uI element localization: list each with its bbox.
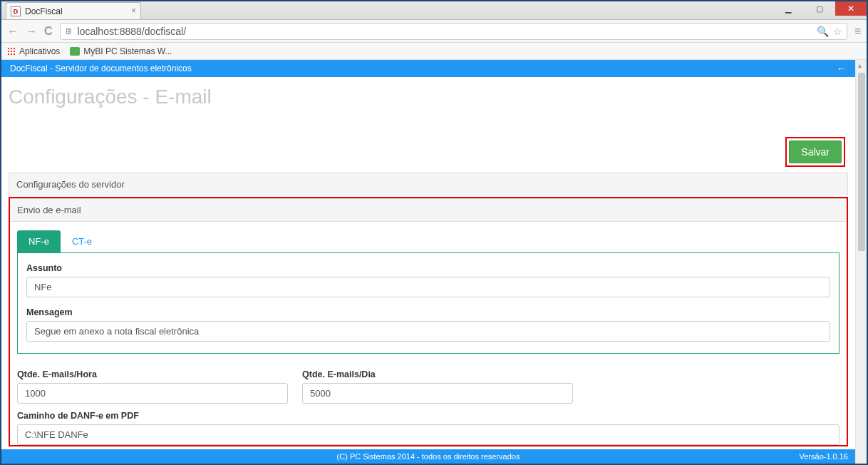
tab-close-icon[interactable]: ×: [131, 6, 136, 16]
menu-icon[interactable]: ≡: [854, 25, 861, 38]
window-minimize-button[interactable]: [773, 1, 804, 16]
qtde-hora-input[interactable]: [17, 383, 288, 404]
page-title: Configurações - E-mail: [1, 77, 855, 137]
url-input[interactable]: 🗎 localhost:8888/docfiscal/ 🔍 ☆: [60, 23, 847, 40]
reload-icon[interactable]: C: [44, 25, 53, 38]
assunto-input[interactable]: [26, 277, 830, 297]
app-title: DocFiscal - Servidor de documentos eletr…: [10, 63, 192, 73]
address-bar: ← → C 🗎 localhost:8888/docfiscal/ 🔍 ☆ ≡: [1, 20, 867, 43]
apps-label: Aplicativos: [19, 46, 60, 56]
footer-copyright: (C) PC Sistemas 2014 - todos os direitos…: [337, 452, 520, 461]
server-config-panel-header[interactable]: Configurações do servidor: [9, 173, 848, 195]
qtde-hora-label: Qtde. E-mails/Hora: [17, 369, 288, 379]
tab-nfe[interactable]: NF-e: [17, 230, 61, 252]
window-close-button[interactable]: [835, 1, 867, 16]
window-maximize-button[interactable]: [804, 1, 835, 16]
bookmark-icon: [70, 47, 80, 56]
tab-cte[interactable]: CT-e: [61, 230, 103, 252]
browser-titlebar: D DocFiscal ×: [1, 1, 867, 20]
footer-version: Versão-1.0.16: [800, 452, 849, 461]
qtde-dia-label: Qtde. E-mails/Dia: [302, 369, 573, 379]
qtde-dia-input[interactable]: [302, 383, 573, 404]
bookmarks-bar: Aplicativos MyBI PC Sistemas W...: [1, 43, 867, 60]
star-icon[interactable]: ☆: [833, 26, 842, 37]
apps-icon: [7, 47, 16, 56]
footer: (C) PC Sistemas 2014 - todos os direitos…: [1, 449, 855, 464]
email-config-panel: Envio de e-mail NF-e CT-e Assunto Mensag…: [9, 197, 848, 446]
mensagem-label: Mensagem: [26, 307, 830, 317]
vertical-scrollbar[interactable]: [855, 60, 867, 464]
tab-title: DocFiscal: [25, 6, 63, 16]
search-icon[interactable]: 🔍: [817, 26, 829, 37]
browser-tab[interactable]: D DocFiscal ×: [6, 2, 141, 19]
forward-icon[interactable]: →: [26, 25, 37, 38]
tab-content-nfe: Assunto Mensagem: [17, 252, 839, 354]
mensagem-input[interactable]: [26, 321, 830, 342]
favicon-icon: D: [11, 6, 21, 16]
apps-bookmark[interactable]: Aplicativos: [7, 46, 60, 56]
back-icon[interactable]: ←: [7, 25, 19, 38]
save-highlight: Salvar: [785, 137, 845, 167]
email-send-header: Envio de e-mail: [10, 198, 847, 222]
bookmark-mybi[interactable]: MyBI PC Sistemas W...: [70, 46, 172, 56]
bookmark-label: MyBI PC Sistemas W...: [83, 46, 172, 56]
url-text: localhost:8888/docfiscal/: [78, 26, 187, 37]
caminho-label: Caminho de DANF-e em PDF: [17, 411, 839, 421]
caminho-input[interactable]: [17, 424, 839, 445]
save-button[interactable]: Salvar: [789, 140, 842, 163]
page-icon: 🗎: [65, 26, 73, 36]
doc-tabs: NF-e CT-e: [10, 222, 847, 252]
header-back-icon[interactable]: ←: [837, 63, 847, 74]
app-header: DocFiscal - Servidor de documentos eletr…: [1, 60, 855, 77]
assunto-label: Assunto: [26, 263, 830, 273]
